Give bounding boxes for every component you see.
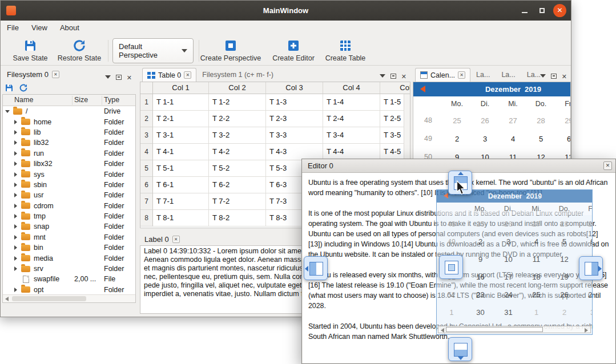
table-cell[interactable]: T 1-1 bbox=[153, 94, 209, 111]
table-cell[interactable]: T 5-1 bbox=[153, 160, 209, 177]
calendar-day-cell[interactable]: 6 bbox=[578, 237, 592, 246]
calendar-day-cell[interactable]: 1 bbox=[522, 308, 550, 317]
expander-icon[interactable] bbox=[13, 192, 19, 198]
float-panel-icon[interactable] bbox=[116, 75, 122, 80]
menu-about[interactable]: About bbox=[54, 21, 86, 35]
panel-menu-icon[interactable] bbox=[380, 74, 385, 78]
table-cell[interactable]: T 5-2 bbox=[209, 160, 266, 177]
scroll-left-icon[interactable] bbox=[441, 328, 444, 333]
table-cell[interactable]: T 4-4 bbox=[323, 144, 380, 160]
calendar-day-cell[interactable]: 5 bbox=[550, 237, 578, 246]
menu-view[interactable]: View bbox=[25, 21, 54, 35]
minimize-button[interactable] bbox=[518, 4, 531, 17]
create-perspective-button[interactable]: Create Perspective bbox=[203, 38, 259, 64]
calendar-day-cell[interactable]: 2 bbox=[550, 308, 578, 317]
scroll-left-icon[interactable] bbox=[5, 297, 9, 301]
calendar-day-cell[interactable]: 27 bbox=[578, 290, 592, 299]
expander-icon[interactable] bbox=[13, 234, 19, 240]
maximize-button[interactable] bbox=[536, 4, 549, 17]
expander-icon[interactable] bbox=[13, 224, 19, 229]
close-panel-icon[interactable] bbox=[562, 71, 567, 81]
scroll-right-icon[interactable] bbox=[585, 328, 588, 333]
calendar-day-cell[interactable]: 29 bbox=[555, 116, 570, 125]
table-cell[interactable]: T 2-2 bbox=[209, 111, 266, 127]
menu-file[interactable]: File bbox=[1, 21, 25, 35]
calendar-day-cell[interactable]: 27 bbox=[499, 116, 527, 125]
calendar-day-cell[interactable]: 12 bbox=[550, 255, 578, 264]
tab-calendar[interactable]: Calen... bbox=[415, 68, 470, 82]
table-cell[interactable]: T 1-2 bbox=[209, 94, 266, 111]
row-header[interactable]: 6 bbox=[140, 177, 153, 193]
column-separator[interactable] bbox=[72, 96, 73, 105]
tab-filesystem-1[interactable]: Filesystem 1 (c+ m- f-) bbox=[196, 68, 279, 82]
tree-row[interactable]: mediaFolder bbox=[3, 253, 135, 263]
expander-icon[interactable] bbox=[13, 130, 19, 135]
calendar-day-cell[interactable]: 26 bbox=[471, 116, 499, 125]
calendar-day-cell[interactable]: 10 bbox=[494, 255, 522, 264]
calendar-day-cell[interactable]: 23 bbox=[466, 290, 494, 299]
calendar-day-cell[interactable]: 17 bbox=[494, 273, 522, 281]
row-header[interactable]: 7 bbox=[140, 193, 153, 210]
column-header[interactable]: Col 5 bbox=[380, 82, 410, 94]
window-titlebar[interactable]: MainWindow bbox=[1, 1, 571, 21]
row-header[interactable]: 3 bbox=[140, 127, 153, 144]
tab-table-0[interactable]: Table 0 bbox=[142, 68, 196, 82]
perspective-select[interactable]: Default Perspective bbox=[112, 38, 194, 63]
tree-row[interactable]: cdromFolder bbox=[3, 201, 135, 211]
calendar-day-cell[interactable]: 19 bbox=[550, 273, 578, 281]
close-tab-icon[interactable] bbox=[184, 71, 191, 79]
table-cell[interactable]: T 2-4 bbox=[323, 111, 380, 127]
table-cell[interactable]: T 7-2 bbox=[209, 193, 266, 210]
expander-icon[interactable] bbox=[13, 203, 19, 209]
tree-row[interactable]: srvFolder bbox=[3, 264, 135, 274]
calendar-day-cell[interactable]: 25 bbox=[443, 116, 471, 125]
expander-icon[interactable] bbox=[13, 256, 19, 261]
expander-icon[interactable] bbox=[13, 119, 19, 125]
row-header[interactable]: 4 bbox=[140, 144, 153, 160]
save-icon[interactable] bbox=[5, 83, 14, 92]
save-state-button[interactable]: Save State bbox=[9, 38, 51, 64]
close-tab-icon[interactable] bbox=[172, 236, 180, 243]
tree-row[interactable]: libFolder bbox=[3, 127, 135, 137]
calendar-day-cell[interactable]: 29 bbox=[578, 220, 592, 228]
tree-row[interactable]: tmpFolder bbox=[3, 211, 135, 221]
column-header[interactable]: Col 2 bbox=[209, 82, 266, 94]
table-cell[interactable]: T 6-1 bbox=[153, 177, 209, 193]
table-cell[interactable]: T 2-3 bbox=[266, 111, 323, 127]
column-header[interactable]: Col 1 bbox=[153, 82, 209, 94]
calendar-day-cell[interactable]: 5 bbox=[527, 135, 555, 143]
dock-indicator-left[interactable] bbox=[304, 256, 328, 280]
panel-menu-icon[interactable] bbox=[540, 74, 546, 78]
tab-label-1[interactable]: La... bbox=[470, 68, 496, 82]
close-tab-icon[interactable] bbox=[458, 71, 465, 79]
calendar-day-cell[interactable]: 24 bbox=[494, 290, 522, 299]
table-cell[interactable]: T 3-3 bbox=[266, 127, 323, 144]
horizontal-scrollbar[interactable] bbox=[438, 326, 591, 333]
table-cell[interactable]: T 4-3 bbox=[266, 144, 323, 160]
calendar-day-cell[interactable]: 6 bbox=[555, 135, 570, 143]
close-panel-icon[interactable] bbox=[127, 72, 132, 82]
close-window-icon[interactable] bbox=[603, 161, 612, 170]
calendar-day-cell[interactable]: 4 bbox=[522, 237, 550, 246]
tree-row[interactable]: /Drive bbox=[3, 106, 135, 116]
table-cell[interactable]: T 3-2 bbox=[209, 127, 266, 144]
column-header-name[interactable]: Name bbox=[14, 96, 33, 104]
row-header[interactable]: 2 bbox=[140, 111, 153, 127]
float-panel-icon[interactable] bbox=[390, 74, 396, 79]
calendar-day-cell[interactable]: 4 bbox=[499, 135, 527, 143]
tree-row[interactable]: swapfile2,00 ...File bbox=[3, 274, 135, 284]
horizontal-scrollbar[interactable] bbox=[3, 294, 135, 302]
expander-icon[interactable] bbox=[13, 172, 19, 177]
row-header[interactable]: 1 bbox=[140, 94, 153, 111]
tree-row[interactable]: runFolder bbox=[3, 148, 135, 159]
tree-row[interactable]: snapFolder bbox=[3, 221, 135, 232]
tree-row[interactable]: optFolder bbox=[3, 285, 135, 295]
float-panel-icon[interactable] bbox=[551, 74, 557, 79]
expander-icon[interactable] bbox=[13, 151, 19, 156]
column-header-size[interactable]: Size bbox=[74, 96, 88, 104]
tree-header[interactable]: Name Size Type bbox=[3, 95, 135, 106]
calendar-day-cell[interactable]: 3 bbox=[578, 308, 592, 317]
create-editor-button[interactable]: Create Editor bbox=[268, 38, 319, 64]
table-cell[interactable]: T 8-1 bbox=[153, 210, 209, 227]
tab-label-2[interactable]: La... bbox=[496, 68, 521, 82]
